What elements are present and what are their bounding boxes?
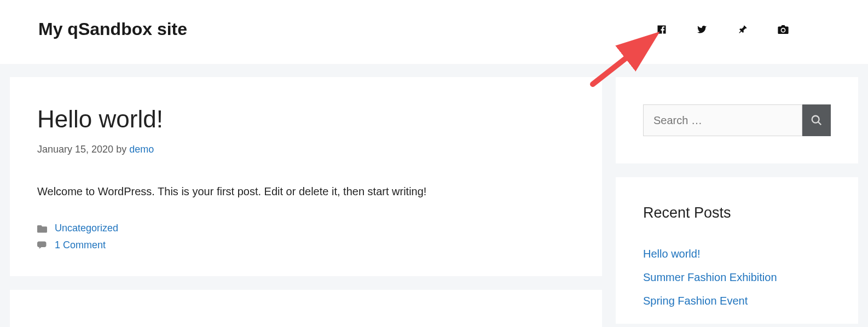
list-item: Summer Fashion Exhibition — [643, 271, 831, 284]
list-item: Spring Fashion Event — [643, 295, 831, 307]
post-comments-row: 1 Comment — [37, 240, 575, 251]
post-footer: Uncategorized 1 Comment — [37, 223, 575, 251]
main-area: Hello world! January 15, 2020 by demo We… — [10, 77, 602, 327]
search-icon — [811, 114, 823, 126]
camera-icon — [778, 25, 789, 34]
search-form — [643, 104, 831, 136]
search-button[interactable] — [802, 104, 831, 136]
post-by-label: by — [116, 144, 126, 155]
post-title[interactable]: Hello world! — [37, 106, 575, 133]
sidebar: Recent Posts Hello world! Summer Fashion… — [616, 77, 858, 327]
search-widget — [616, 77, 858, 164]
folder-icon — [37, 224, 47, 233]
recent-post-link[interactable]: Summer Fashion Exhibition — [643, 271, 777, 283]
recent-post-link[interactable]: Hello world! — [643, 248, 700, 260]
svg-point-2 — [812, 116, 819, 123]
post-card-next — [10, 290, 602, 327]
social-icons-nav — [657, 25, 830, 34]
post-category-link[interactable]: Uncategorized — [55, 223, 118, 234]
list-item: Hello world! — [643, 248, 831, 260]
recent-post-link[interactable]: Spring Fashion Event — [643, 295, 748, 307]
twitter-link[interactable] — [697, 25, 708, 34]
pinterest-link[interactable] — [738, 25, 748, 34]
post-date: January 15, 2020 — [37, 144, 113, 155]
twitter-icon — [697, 25, 708, 34]
thumbtack-icon — [738, 25, 748, 34]
post-author-link[interactable]: demo — [129, 144, 154, 155]
post-meta: January 15, 2020 by demo — [37, 144, 575, 155]
instagram-link[interactable] — [778, 25, 789, 34]
recent-posts-title: Recent Posts — [643, 205, 831, 221]
comments-icon — [37, 241, 47, 250]
site-content: Hello world! January 15, 2020 by demo We… — [0, 64, 868, 327]
recent-posts-list: Hello world! Summer Fashion Exhibition S… — [643, 248, 831, 307]
facebook-link[interactable] — [657, 25, 667, 34]
svg-line-3 — [818, 122, 821, 125]
post-content: Welcome to WordPress. This is your first… — [37, 185, 575, 198]
site-header: My qSandbox site — [0, 0, 868, 64]
post-category-row: Uncategorized — [37, 223, 575, 234]
recent-posts-widget: Recent Posts Hello world! Summer Fashion… — [616, 177, 858, 324]
site-title[interactable]: My qSandbox site — [38, 19, 187, 39]
post-comments-link[interactable]: 1 Comment — [55, 240, 106, 251]
search-input[interactable] — [643, 104, 802, 136]
post-card: Hello world! January 15, 2020 by demo We… — [10, 77, 602, 276]
facebook-icon — [657, 25, 667, 34]
